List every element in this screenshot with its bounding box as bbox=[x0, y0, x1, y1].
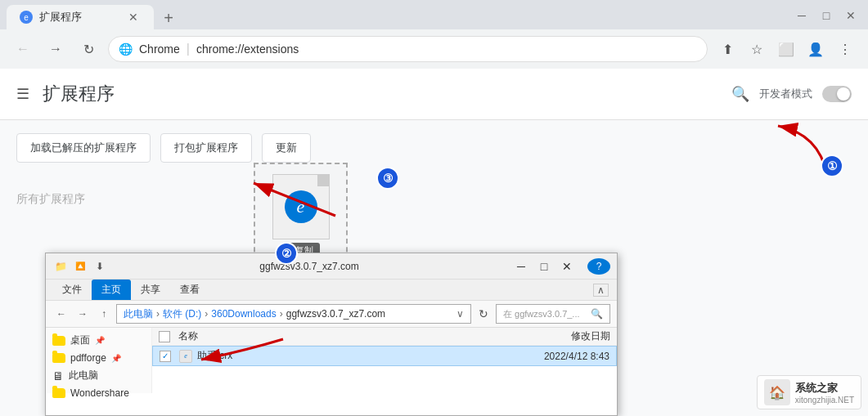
menu-button[interactable]: ⋮ bbox=[832, 36, 858, 62]
ribbon-tab-view[interactable]: 查看 bbox=[170, 280, 209, 300]
breadcrumb-bar[interactable]: 此电脑 › 软件 (D:) › 360Downloads › ggfwzsv3.… bbox=[116, 304, 471, 324]
tab-title: 扩展程序 bbox=[39, 10, 82, 25]
ribbon-tab-file[interactable]: 文件 bbox=[52, 280, 92, 300]
exp-up-button[interactable]: ↑ bbox=[95, 305, 113, 323]
file-date: 2022/4/12 8:43 bbox=[503, 351, 609, 362]
name-column-header[interactable]: 名称 bbox=[178, 329, 504, 343]
step-2-indicator: ② bbox=[275, 242, 298, 265]
bookmark-button[interactable]: ☆ bbox=[744, 36, 770, 62]
load-unpacked-button[interactable]: 加载已解压的扩展程序 bbox=[16, 133, 151, 163]
update-button[interactable]: 更新 bbox=[262, 133, 311, 163]
pc-icon: 🖥 bbox=[52, 369, 64, 382]
address-url: chrome://extensions bbox=[196, 42, 697, 56]
file-list: 名称 修改日期 ✓ e 助手.crx 2022/4/12 8:43 bbox=[152, 328, 617, 393]
file-name: 助手.crx bbox=[197, 349, 503, 363]
sidebar-item-pdfforge[interactable]: pdfforge 📌 bbox=[46, 350, 151, 366]
window-button[interactable]: ⬜ bbox=[773, 36, 799, 62]
sidebar-item-pc[interactable]: 🖥 此电脑 bbox=[46, 366, 151, 385]
ie-logo: e bbox=[285, 190, 317, 223]
watermark-text-block: 系统之家 xitongzhijia.NET bbox=[795, 381, 854, 405]
sidebar-item-desktop[interactable]: 桌面 📌 bbox=[46, 331, 151, 350]
extensions-content: 所有扩展程序 bbox=[0, 176, 868, 223]
check-column-header bbox=[159, 331, 178, 342]
tab-close-button[interactable]: ✕ bbox=[126, 10, 141, 25]
crx-icon: e bbox=[179, 350, 192, 363]
window-controls: ─ □ ✕ bbox=[791, 5, 861, 29]
file-row[interactable]: ✓ e 助手.crx 2022/4/12 8:43 bbox=[152, 346, 617, 366]
step-3-indicator: ③ bbox=[376, 167, 399, 190]
minimize-button[interactable]: ─ bbox=[791, 5, 812, 26]
title-icons: 📁 🔼 ⬇ bbox=[52, 258, 108, 275]
pack-extension-button[interactable]: 打包扩展程序 bbox=[160, 133, 252, 163]
search-icon[interactable]: 🔍 bbox=[731, 85, 749, 103]
hamburger-menu[interactable]: ☰ bbox=[16, 85, 29, 103]
explorer-minimize-button[interactable]: ─ bbox=[510, 256, 532, 277]
refresh-button[interactable]: ↻ bbox=[75, 36, 101, 62]
checkbox-checked[interactable]: ✓ bbox=[160, 351, 171, 362]
explorer-nav: ← → ↑ 此电脑 › 软件 (D:) › 360Downloads › ggf… bbox=[46, 301, 617, 328]
extensions-page: ☰ 扩展程序 🔍 开发者模式 加载已解压的扩展程序 打包扩展程序 更新 所有扩展… bbox=[0, 69, 868, 416]
header-checkbox[interactable] bbox=[159, 331, 170, 342]
ribbon-tab-share[interactable]: 共享 bbox=[131, 280, 170, 300]
dev-mode-label: 开发者模式 bbox=[759, 87, 812, 101]
breadcrumb-current: ggfwzsv3.0.7_xz7.com bbox=[286, 308, 385, 320]
address-chrome-label: Chrome bbox=[139, 42, 180, 56]
explorer-win-controls: ─ □ ✕ bbox=[510, 256, 578, 277]
address-bar[interactable]: 🌐 Chrome | chrome://extensions bbox=[108, 36, 708, 62]
exp-back-button[interactable]: ← bbox=[52, 305, 70, 323]
watermark-url: xitongzhijia.NET bbox=[795, 396, 854, 405]
explorer-sidebar: 桌面 📌 pdfforge 📌 🖥 此电脑 Wondershare bbox=[46, 328, 152, 393]
watermark-inner: 🏠 系统之家 xitongzhijia.NET bbox=[757, 375, 861, 409]
sidebar-label-desktop: 桌面 bbox=[70, 333, 90, 347]
tab-favicon: e bbox=[20, 11, 33, 24]
file-checkbox[interactable]: ✓ bbox=[160, 351, 179, 362]
ribbon-right: ∧ bbox=[593, 280, 610, 300]
search-bar[interactable]: 在 ggfwzsv3.0.7_... 🔍 bbox=[496, 304, 610, 324]
address-icon: 🌐 bbox=[119, 42, 133, 56]
refresh-location-button[interactable]: ↻ bbox=[474, 305, 492, 323]
extensions-header: ☰ 扩展程序 🔍 开发者模式 bbox=[0, 69, 868, 120]
page-title: 扩展程序 bbox=[43, 82, 115, 106]
file-list-header: 名称 修改日期 bbox=[152, 328, 617, 346]
ribbon-tab-home[interactable]: 主页 bbox=[92, 280, 131, 300]
breadcrumb-360: 360Downloads bbox=[211, 308, 276, 320]
watermark-site: 系统之家 bbox=[795, 381, 854, 396]
search-placeholder: 在 ggfwzsv3.0.7_... bbox=[503, 308, 580, 320]
explorer-window: 📁 🔼 ⬇ ggfwzsv3.0.7_xz7.com ─ □ ✕ ? 文件 主页… bbox=[45, 253, 618, 416]
step-1-indicator: ① bbox=[821, 154, 843, 177]
explorer-maximize-button[interactable]: □ bbox=[533, 256, 555, 277]
profile-button[interactable]: 👤 bbox=[803, 36, 829, 62]
tab-bar: e 扩展程序 ✕ + ─ □ ✕ bbox=[0, 0, 868, 29]
folder-icon-3 bbox=[52, 388, 65, 398]
maximize-button[interactable]: □ bbox=[816, 5, 837, 26]
toggle-knob bbox=[837, 87, 850, 101]
all-extensions-label: 所有扩展程序 bbox=[16, 192, 85, 205]
new-tab-button[interactable]: + bbox=[157, 7, 180, 29]
exp-forward-button[interactable]: → bbox=[74, 305, 92, 323]
extensions-toolbar: 加载已解压的扩展程序 打包扩展程序 更新 bbox=[0, 120, 868, 176]
breadcrumb-drive: 软件 (D:) bbox=[163, 307, 201, 321]
close-button[interactable]: ✕ bbox=[840, 5, 861, 26]
dev-mode-toggle[interactable] bbox=[822, 86, 852, 102]
explorer-close-button[interactable]: ✕ bbox=[556, 256, 578, 277]
title-icon-1: 📁 bbox=[52, 258, 69, 275]
share-button[interactable]: ⬆ bbox=[714, 36, 740, 62]
ribbon-tabs: 文件 主页 共享 查看 ∧ bbox=[46, 280, 617, 300]
explorer-main: 桌面 📌 pdfforge 📌 🖥 此电脑 Wondershare bbox=[46, 328, 617, 393]
watermark-logo: 🏠 bbox=[764, 379, 790, 405]
back-button[interactable]: ← bbox=[10, 36, 36, 62]
help-button[interactable]: ? bbox=[587, 258, 610, 275]
date-column-header[interactable]: 修改日期 bbox=[504, 329, 610, 343]
active-tab[interactable]: e 扩展程序 ✕ bbox=[7, 5, 154, 29]
ribbon-expand-button[interactable]: ∧ bbox=[593, 284, 609, 297]
explorer-ribbon: 文件 主页 共享 查看 ∧ bbox=[46, 280, 617, 301]
browser-window: e 扩展程序 ✕ + ─ □ ✕ ← → ↻ 🌐 Chrome | chrome… bbox=[0, 0, 868, 416]
sidebar-item-wondershare[interactable]: Wondershare bbox=[46, 385, 151, 401]
header-right: 🔍 开发者模式 bbox=[731, 85, 852, 103]
explorer-titlebar: 📁 🔼 ⬇ ggfwzsv3.0.7_xz7.com ─ □ ✕ ? bbox=[46, 253, 617, 280]
forward-button[interactable]: → bbox=[43, 36, 69, 62]
navigation-bar: ← → ↻ 🌐 Chrome | chrome://extensions ⬆ ☆… bbox=[0, 29, 868, 69]
nav-actions: ⬆ ☆ ⬜ 👤 ⋮ bbox=[714, 36, 858, 62]
crx-file-icon: e bbox=[272, 174, 330, 239]
folder-icon-2 bbox=[52, 353, 65, 363]
